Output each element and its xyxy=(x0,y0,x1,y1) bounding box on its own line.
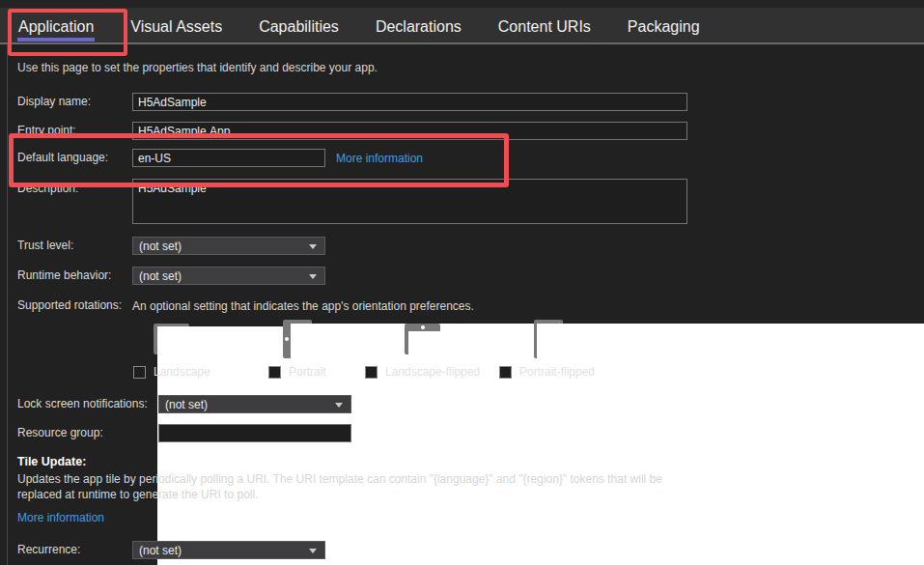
recurrence-label: Recurrence: xyxy=(17,541,132,559)
manifest-tab-bar: Application Visual Assets Capabilities D… xyxy=(0,0,924,44)
runtime-behavior-value: (not set) xyxy=(139,269,182,283)
pane-left-border xyxy=(7,44,8,565)
recurrence-value: (not set) xyxy=(139,544,182,557)
lock-screen-notifications-dropdown[interactable]: (not set) xyxy=(158,395,351,413)
portrait-option: Portrait xyxy=(268,365,326,379)
tab-capabilities[interactable]: Capabilities xyxy=(258,18,340,42)
portrait-flipped-option: Portrait-flipped xyxy=(499,365,595,379)
entry-point-label: Entry point: xyxy=(17,122,132,140)
trust-level-label: Trust level: xyxy=(17,237,132,255)
landscape-flipped-checkbox[interactable] xyxy=(365,366,378,379)
portrait-icon xyxy=(283,320,312,358)
default-language-input[interactable] xyxy=(132,149,325,167)
tile-update-heading: Tile Update: xyxy=(17,455,86,468)
portrait-flipped-checkbox[interactable] xyxy=(499,366,512,379)
lock-screen-notifications-row: Lock screen notifications: (not set) xyxy=(17,395,351,413)
chevron-down-icon xyxy=(309,244,317,249)
tab-visual-assets[interactable]: Visual Assets xyxy=(129,18,223,42)
trust-level-dropdown[interactable]: (not set) xyxy=(132,237,325,255)
portrait-flipped-icon xyxy=(534,320,563,358)
landscape-label: Landscape xyxy=(154,365,210,379)
tab-bar-top-strip xyxy=(0,0,924,8)
landscape-checkbox[interactable] xyxy=(133,366,146,379)
description-row: Description: H5AdSample xyxy=(17,179,687,224)
trust-level-row: Trust level: (not set) xyxy=(17,237,325,255)
description-textarea[interactable]: H5AdSample xyxy=(132,179,687,224)
default-language-label: Default language: xyxy=(17,149,132,167)
tile-update-more-information-link[interactable]: More information xyxy=(17,511,104,524)
resource-group-label: Resource group: xyxy=(17,424,158,442)
display-name-row: Display name: xyxy=(17,93,687,111)
runtime-behavior-label: Runtime behavior: xyxy=(17,267,132,285)
landscape-flipped-label: Landscape-flipped xyxy=(385,365,480,379)
runtime-behavior-row: Runtime behavior: (not set) xyxy=(17,267,325,285)
rotation-checkboxes-row: Landscape Portrait Landscape-flipped Por… xyxy=(0,365,924,382)
tile-update-description: Updates the app tile by periodically pol… xyxy=(17,471,670,502)
tab-application[interactable]: Application xyxy=(17,18,95,42)
entry-point-input[interactable] xyxy=(132,122,687,140)
lock-screen-notifications-label: Lock screen notifications: xyxy=(17,395,158,413)
entry-point-row: Entry point: xyxy=(17,122,687,140)
recurrence-dropdown[interactable]: (not set) xyxy=(132,541,325,559)
chevron-down-icon xyxy=(309,274,317,279)
landscape-option: Landscape xyxy=(133,365,210,379)
recurrence-row: Recurrence: (not set) xyxy=(17,541,325,559)
supported-rotations-label: Supported rotations: xyxy=(17,297,132,315)
tab-content-uris[interactable]: Content URIs xyxy=(497,18,592,42)
supported-rotations-row: Supported rotations: An optional setting… xyxy=(17,297,474,315)
display-name-label: Display name: xyxy=(17,93,132,111)
resource-group-row: Resource group: xyxy=(17,424,351,442)
rotation-icons-row xyxy=(0,320,924,360)
landscape-icon xyxy=(154,324,189,354)
supported-rotations-hint: An optional setting that indicates the a… xyxy=(132,299,474,313)
tab-packaging[interactable]: Packaging xyxy=(627,18,701,42)
runtime-behavior-dropdown[interactable]: (not set) xyxy=(132,267,325,285)
tab-declarations[interactable]: Declarations xyxy=(375,18,462,42)
lock-screen-notifications-value: (not set) xyxy=(165,398,208,411)
portrait-checkbox[interactable] xyxy=(268,366,281,379)
app-manifest-designer: Application Visual Assets Capabilities D… xyxy=(0,0,924,565)
description-label: Description: xyxy=(17,179,132,198)
portrait-flipped-label: Portrait-flipped xyxy=(519,365,595,379)
trust-level-value: (not set) xyxy=(139,240,182,253)
page-intro-text: Use this page to set the properties that… xyxy=(17,61,378,74)
display-name-input[interactable] xyxy=(132,93,687,111)
chevron-down-icon xyxy=(335,403,343,408)
portrait-label: Portrait xyxy=(289,365,326,379)
chevron-down-icon xyxy=(309,549,317,553)
landscape-flipped-icon xyxy=(405,324,440,354)
default-language-row: Default language: More information xyxy=(17,149,423,167)
default-language-more-information-link[interactable]: More information xyxy=(336,152,423,165)
landscape-flipped-option: Landscape-flipped xyxy=(365,365,480,379)
resource-group-input[interactable] xyxy=(158,424,351,442)
